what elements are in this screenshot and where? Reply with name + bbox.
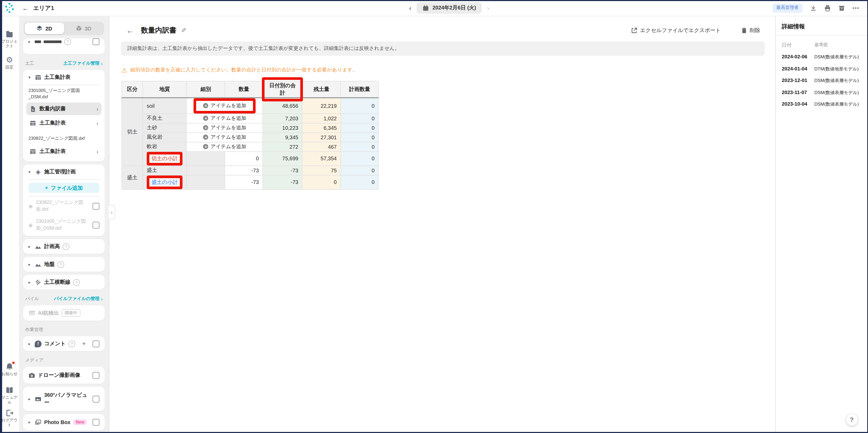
sidebar-item-doko-summary[interactable]: 土工集計表 ›: [26, 116, 101, 129]
panorama-checkbox[interactable]: [93, 395, 99, 402]
app-logo[interactable]: [0, 3, 19, 13]
table-row: 土砂 + アイテムを追加 10,223 6,345 0: [122, 123, 378, 132]
rail-label: プロジェクト: [0, 39, 19, 48]
doko-section-label: 土工 土工ファイル管理›: [25, 60, 102, 67]
planned-cell: 0: [341, 132, 378, 142]
caret-down-icon: ▾: [28, 75, 32, 79]
help-fab[interactable]: ?: [846, 414, 858, 426]
clipped-icon: [35, 40, 41, 43]
item-label: 数量内訳書: [39, 105, 66, 112]
rail-item-settings[interactable]: ⚙ 設定: [0, 56, 19, 70]
add-comment-icon[interactable]: +: [82, 340, 86, 347]
ai-pile-card: AI杭検出 開発中: [23, 305, 105, 321]
help-icon: ?: [68, 340, 75, 347]
plan-file-row[interactable]: ◈ 230822_ゾーニング図面.dxf: [23, 197, 105, 215]
sidebar-item-breakdown[interactable]: 数量内訳書 ›: [26, 102, 101, 115]
detail-cell: + アイテムを追加: [186, 113, 263, 123]
more-menu-icon[interactable]: ⋯: [852, 4, 860, 12]
cross-line-card[interactable]: ▸ 土工横断線 ?: [23, 275, 105, 290]
subtotal-row-fill: 盛土の小計 -73 -73 0 0: [122, 175, 378, 189]
breadcrumb-area[interactable]: ← エリア1: [22, 4, 54, 12]
rail-item-manual[interactable]: マニュアル: [0, 386, 19, 405]
bell-icon: [5, 363, 14, 371]
add-item-button[interactable]: + アイテムを追加: [200, 143, 249, 151]
plus-circle-icon: +: [203, 135, 209, 140]
pile-manage-link[interactable]: パイルファイルの管理›: [54, 296, 102, 302]
plan-file-checkbox[interactable]: [93, 203, 99, 209]
item-label: 土工集計表: [39, 119, 66, 127]
rail-item-notices[interactable]: お知らせ: [0, 363, 19, 376]
add-item-button[interactable]: + アイテムを追加: [200, 102, 249, 109]
tab-2d[interactable]: 2D: [25, 23, 64, 34]
sidebar-collapse-handle[interactable]: ‹: [109, 205, 115, 220]
caret-icon: ▸: [28, 420, 32, 425]
chevron-right-icon: ›: [96, 106, 98, 112]
print-icon[interactable]: [824, 4, 831, 11]
table-row: 軟岩 + アイテムを追加 272 467 0: [122, 142, 378, 151]
plan-file-checkbox[interactable]: [93, 222, 99, 228]
section-title: メディア: [25, 357, 44, 364]
add-item-button[interactable]: + アイテムを追加: [200, 124, 249, 132]
table-row: 不良土 + アイテムを追加 7,203 1,022 0: [122, 113, 378, 123]
rail-item-projects[interactable]: プロジェクト: [0, 30, 19, 48]
export-excel-button[interactable]: エクセルファイルでエクスポート: [628, 26, 724, 35]
plan-file-row[interactable]: ◈ 2301005_ゾーニング図面_DSM.dxf: [23, 215, 105, 236]
date-label: 2024年2月6日 (火): [433, 4, 476, 11]
caret-icon: ▸: [28, 244, 32, 249]
layer-checkbox[interactable]: [93, 38, 99, 45]
tab-3d[interactable]: 3D: [64, 23, 103, 34]
add-item-button[interactable]: + アイテムを追加: [200, 133, 249, 141]
photobox-checkbox[interactable]: [93, 419, 99, 426]
work-section-label: 作業管理: [25, 327, 102, 333]
doko-manage-link[interactable]: 土工ファイル管理›: [63, 60, 102, 67]
rail-label: 設定: [5, 65, 13, 70]
surplus-cell: 75: [302, 166, 341, 175]
doko-summary-card: ▾ 土工集計表 2301005_ゾーニング図面_DSM.dxf 数量内訳書 ›: [23, 70, 105, 161]
detail-panel-table: 日付 基準面 2024-02-06 DSM(数値表層モデル) 2024-01-0…: [775, 36, 867, 108]
photobox-card[interactable]: ▸ Photo Box New: [23, 414, 105, 430]
clipped-layer-item[interactable]: ▸ ?: [23, 38, 105, 54]
archive-icon[interactable]: [838, 4, 845, 11]
panorama-card[interactable]: ▸ 360°パノラマビュー: [23, 387, 105, 411]
help-icon: ?: [57, 261, 64, 268]
next-date-icon[interactable]: ›: [487, 4, 489, 12]
ground-card[interactable]: ▸ 地盤 ?: [23, 257, 105, 272]
pile-detect-icon: [28, 309, 35, 317]
detail-basis: DSM(数値表層モデル): [814, 101, 859, 108]
col-geology: 地質: [143, 81, 186, 98]
pile-section-label: パイル パイルファイルの管理›: [25, 296, 102, 302]
plan-height-card[interactable]: ▸ 計画高 ?: [23, 239, 105, 254]
comment-card[interactable]: ▸ ! コメント ? +: [23, 336, 105, 351]
detail-basis: DSM(数値表層モデル): [814, 54, 859, 60]
date-picker-button[interactable]: 2024年2月6日 (火): [417, 2, 482, 14]
prev-date-icon[interactable]: ‹: [409, 4, 411, 12]
detail-cell: + アイテムを追加: [186, 132, 263, 142]
daily-total-cell: 75,699: [263, 151, 302, 166]
annotation-box-add-item: + アイテムを追加: [194, 98, 256, 113]
table-row: 盛土 盛土 -73 -73 75 0: [122, 166, 378, 175]
back-icon[interactable]: ←: [126, 26, 133, 35]
add-file-button[interactable]: + ファイル追加: [28, 183, 99, 193]
download-icon[interactable]: [810, 4, 816, 11]
help-icon: ?: [73, 279, 80, 286]
col-category: 区分: [122, 81, 143, 98]
drone-card[interactable]: ドローン撮影画像: [23, 367, 105, 384]
add-item-button[interactable]: + アイテムを追加: [200, 114, 249, 122]
back-icon[interactable]: ←: [22, 4, 29, 12]
rail-item-logout[interactable]: ログアウト: [0, 409, 19, 428]
detail-panel: 詳細情報 日付 基準面 2024-02-06 DSM(数値表層モデル) 2024…: [775, 16, 867, 432]
doko-card-header[interactable]: ▾ 土工集計表: [23, 70, 105, 85]
edit-title-icon[interactable]: ✎: [181, 27, 186, 34]
section-title: 土工: [25, 60, 34, 67]
surplus-cell: 22,219: [302, 98, 341, 113]
item-label: 地盤: [44, 261, 55, 268]
sidebar-item-doko-summary-2[interactable]: 土工集計表 ›: [26, 145, 101, 158]
comment-checkbox[interactable]: [93, 340, 99, 347]
delete-button[interactable]: 削除: [738, 26, 763, 35]
drone-checkbox[interactable]: [93, 372, 99, 378]
help-icon: ?: [63, 243, 69, 250]
breakdown-table-wrap: 区分 地質 細別 数量 日付別の合計 残土量 計画数量 切土: [122, 81, 775, 190]
trash-icon: [741, 27, 747, 34]
mountains-icon: [35, 243, 41, 250]
plan-card-header[interactable]: ▾ ◈ 施工管理計画: [23, 164, 105, 179]
